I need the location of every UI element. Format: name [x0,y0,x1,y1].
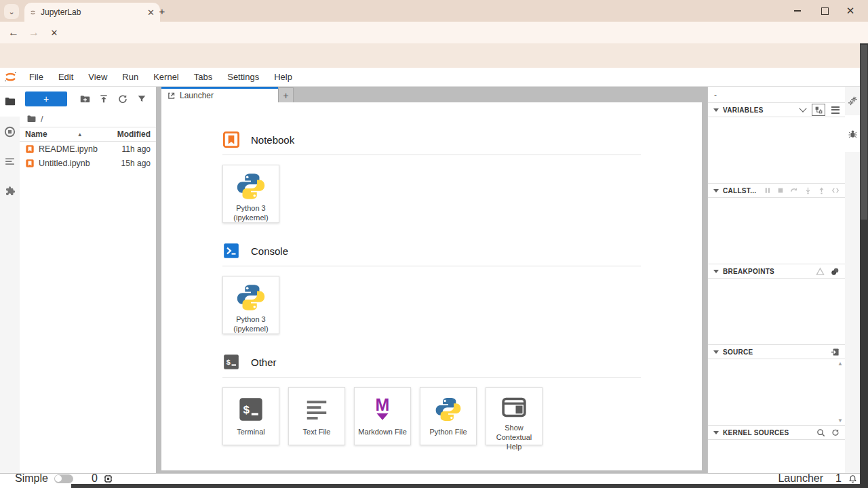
debugger-panel: - VARIABLES [707,87,845,473]
card-label: Text File [303,428,331,436]
svg-text:$: $ [243,404,250,417]
simple-mode-toggle[interactable] [54,474,73,483]
menu-edit[interactable]: Edit [51,68,81,86]
launcher-card-python3-console[interactable]: Python 3 (ipykernel) [222,276,279,334]
file-list-header: Name ▲ Modified [20,127,156,142]
launcher-card-text-file[interactable]: Text File [288,387,345,445]
debugger-section-breakpoints[interactable]: BREAKPOINTS [708,264,845,279]
new-tab-button[interactable]: + [156,5,168,17]
upload-icon[interactable] [94,94,113,104]
sidebar-tab-running[interactable] [0,117,20,146]
menu-kernel[interactable]: Kernel [146,68,186,86]
callstack-content [708,198,845,264]
menu-help[interactable]: Help [267,68,300,86]
statusbar-left: Simple 0 [15,473,113,484]
jupyter-favicon-icon [30,9,36,16]
stop-button[interactable]: ✕ [45,24,64,41]
markdown-icon: M [369,394,396,425]
menu-file[interactable]: File [22,68,51,86]
jupyterlab-menubar: File Edit View Run Kernel Tabs Settings … [0,68,860,87]
filter-icon[interactable] [132,94,151,104]
vertical-scrollbar[interactable] [860,43,868,488]
sort-ascending-icon[interactable]: ▲ [77,131,83,138]
add-tab-button[interactable]: + [278,87,294,102]
window-minimize-button[interactable] [784,0,811,22]
new-folder-icon[interactable] [75,94,94,105]
debugger-section-kernel-sources[interactable]: KERNEL SOURCES [708,425,845,440]
step-out-icon[interactable] [818,187,825,195]
column-modified[interactable]: Modified [117,129,151,139]
folder-icon [26,114,37,124]
sidebar-tab-file-browser[interactable] [0,87,20,117]
refresh-icon[interactable] [113,94,132,104]
launcher-card-python-file[interactable]: Python File [420,387,477,445]
file-modified: 11h ago [122,144,151,154]
step-over-icon[interactable] [790,186,798,195]
section-title: KERNEL SOURCES [723,429,789,436]
debugger-section-source[interactable]: SOURCE [708,344,845,359]
launcher-card-terminal[interactable]: $ Terminal [222,387,279,445]
debugger-section-callstack[interactable]: CALLST... [708,183,845,198]
kernel-sources-content [708,440,845,474]
launcher-card-python3-notebook[interactable]: Python 3 (ipykernel) [222,165,279,223]
tab-close-icon[interactable]: ✕ [147,7,155,18]
horizontal-scrollbar[interactable] [71,484,860,488]
card-label: Python 3 [236,315,265,323]
section-title: Other [251,357,277,368]
section-title: VARIABLES [723,106,764,114]
bell-icon[interactable] [848,474,857,483]
menu-settings[interactable]: Settings [220,68,267,86]
menu-tabs[interactable]: Tabs [186,68,220,86]
evaluate-code-icon[interactable] [831,186,840,195]
bug-icon [848,129,858,139]
browser-tab[interactable]: JupyterLab ✕ [24,3,160,22]
stop-icon[interactable] [777,187,784,194]
notification-count: 1 [835,472,842,485]
scroll-up-icon[interactable]: ▲ [837,361,843,367]
pause-on-exception-icon[interactable] [816,267,825,276]
scroll-down-icon[interactable]: ▼ [837,418,843,424]
debugger-section-variables[interactable]: VARIABLES [708,102,845,117]
launcher-card-contextual-help[interactable]: Show Contextual Help [486,387,542,445]
card-label: Show Contextual Help [496,424,532,451]
pause-icon[interactable] [764,187,771,194]
tab-search-button[interactable]: ⌄ [4,4,19,19]
jupyter-logo-icon [3,70,18,84]
close-all-breakpoints-icon[interactable] [831,267,840,276]
menu-run[interactable]: Run [115,68,146,86]
tab-launcher[interactable]: Launcher [161,87,278,102]
left-activity-bar [0,87,20,473]
back-button[interactable]: ← [4,24,23,41]
list-view-toggle-icon[interactable] [831,106,840,114]
open-source-icon[interactable] [831,348,840,357]
column-name[interactable]: Name [25,129,47,139]
source-scrollbar[interactable]: ▲ ▼ [837,361,844,424]
launcher-card-markdown-file[interactable]: M Markdown File [354,387,411,445]
scrollbar-thumb[interactable] [861,45,867,220]
launcher-panel: Notebook [161,102,702,470]
breadcrumb[interactable]: / [20,110,156,127]
tree-view-toggle-icon[interactable] [812,104,825,116]
sidebar-tab-debugger[interactable] [845,115,860,152]
new-launcher-button[interactable]: + [25,92,67,106]
sidebar-tab-toc[interactable] [0,146,20,176]
kernel-status-icon[interactable] [104,474,113,483]
python-logo [435,394,462,425]
file-row[interactable]: Untitled.ipynb 15h ago [20,156,156,170]
file-modified: 15h ago [121,159,151,168]
context-label: Launcher [778,472,823,485]
window-close-button[interactable]: ✕ [837,0,864,22]
refresh-icon[interactable] [831,428,840,436]
step-in-icon[interactable] [804,187,812,195]
sidebar-tab-extensions[interactable] [0,176,20,206]
breadcrumb-root[interactable]: / [41,114,43,124]
chevron-down-icon[interactable] [799,104,806,112]
search-icon[interactable] [816,428,825,437]
forward-button[interactable]: → [24,24,43,41]
debugger-kernel-label: - [708,87,845,102]
window-maximize-button[interactable] [811,0,838,22]
sidebar-tab-property-inspector[interactable] [845,87,860,115]
menu-view[interactable]: View [81,68,115,86]
file-row[interactable]: README.ipynb 11h ago [20,142,156,156]
file-name: README.ipynb [39,144,98,154]
